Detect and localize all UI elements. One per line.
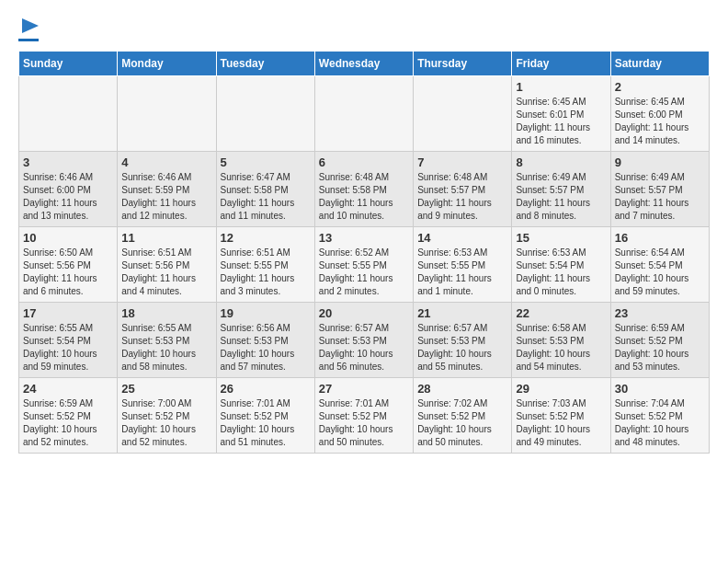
day-info: Sunrise: 7:00 AM Sunset: 5:52 PM Dayligh…	[121, 397, 211, 449]
calendar-cell: 3Sunrise: 6:46 AM Sunset: 6:00 PM Daylig…	[19, 152, 118, 227]
day-number: 7	[417, 155, 507, 169]
day-number: 4	[121, 155, 211, 169]
day-number: 15	[516, 231, 606, 245]
calendar-cell: 24Sunrise: 6:59 AM Sunset: 5:52 PM Dayli…	[19, 378, 118, 454]
day-info: Sunrise: 6:52 AM Sunset: 5:55 PM Dayligh…	[319, 247, 409, 298]
day-info: Sunrise: 7:01 AM Sunset: 5:52 PM Dayligh…	[221, 397, 311, 449]
day-info: Sunrise: 6:45 AM Sunset: 6:00 PM Dayligh…	[615, 96, 705, 147]
day-number: 8	[516, 155, 606, 169]
calendar-cell	[314, 76, 413, 152]
calendar-cell: 19Sunrise: 6:56 AM Sunset: 5:53 PM Dayli…	[216, 303, 314, 378]
calendar-cell	[216, 76, 314, 152]
calendar-cell: 16Sunrise: 6:54 AM Sunset: 5:54 PM Dayli…	[610, 227, 709, 303]
day-info: Sunrise: 6:53 AM Sunset: 5:55 PM Dayligh…	[417, 247, 507, 298]
day-number: 22	[516, 306, 606, 320]
calendar-week-row: 3Sunrise: 6:46 AM Sunset: 6:00 PM Daylig…	[19, 152, 710, 227]
header-sunday: Sunday	[19, 52, 118, 76]
calendar-cell: 26Sunrise: 7:01 AM Sunset: 5:52 PM Dayli…	[216, 378, 314, 454]
calendar-cell: 4Sunrise: 6:46 AM Sunset: 5:59 PM Daylig…	[118, 152, 216, 227]
day-info: Sunrise: 6:45 AM Sunset: 6:01 PM Dayligh…	[516, 96, 606, 147]
calendar-cell: 9Sunrise: 6:49 AM Sunset: 5:57 PM Daylig…	[610, 152, 709, 227]
day-info: Sunrise: 6:47 AM Sunset: 5:58 PM Dayligh…	[221, 171, 311, 223]
calendar-cell: 14Sunrise: 6:53 AM Sunset: 5:55 PM Dayli…	[414, 227, 512, 303]
day-number: 18	[121, 306, 211, 320]
header-saturday: Saturday	[610, 52, 709, 76]
day-number: 20	[319, 306, 409, 320]
calendar-cell: 23Sunrise: 6:59 AM Sunset: 5:52 PM Dayli…	[610, 303, 709, 378]
day-info: Sunrise: 6:46 AM Sunset: 5:59 PM Dayligh…	[121, 171, 211, 223]
calendar-week-row: 10Sunrise: 6:50 AM Sunset: 5:56 PM Dayli…	[19, 227, 710, 303]
day-info: Sunrise: 6:54 AM Sunset: 5:54 PM Dayligh…	[615, 247, 705, 298]
day-info: Sunrise: 6:50 AM Sunset: 5:56 PM Dayligh…	[23, 247, 113, 298]
day-number: 12	[221, 231, 311, 245]
day-info: Sunrise: 6:53 AM Sunset: 5:54 PM Dayligh…	[516, 247, 606, 298]
calendar-cell: 13Sunrise: 6:52 AM Sunset: 5:55 PM Dayli…	[314, 227, 413, 303]
day-info: Sunrise: 6:49 AM Sunset: 5:57 PM Dayligh…	[516, 171, 606, 223]
day-number: 24	[23, 382, 113, 396]
calendar-cell: 30Sunrise: 7:04 AM Sunset: 5:52 PM Dayli…	[610, 378, 709, 454]
day-info: Sunrise: 7:01 AM Sunset: 5:52 PM Dayligh…	[319, 397, 409, 449]
day-number: 6	[319, 155, 409, 169]
svg-marker-0	[22, 18, 39, 33]
day-number: 27	[319, 382, 409, 396]
calendar-cell: 8Sunrise: 6:49 AM Sunset: 5:57 PM Daylig…	[512, 152, 610, 227]
day-info: Sunrise: 6:58 AM Sunset: 5:53 PM Dayligh…	[516, 322, 606, 373]
day-number: 28	[417, 382, 507, 396]
day-info: Sunrise: 6:57 AM Sunset: 5:53 PM Dayligh…	[417, 322, 507, 373]
day-number: 29	[516, 382, 606, 396]
calendar-cell: 18Sunrise: 6:55 AM Sunset: 5:53 PM Dayli…	[118, 303, 216, 378]
logo-underline	[18, 39, 39, 41]
day-info: Sunrise: 6:46 AM Sunset: 6:00 PM Dayligh…	[23, 171, 113, 223]
calendar-cell: 27Sunrise: 7:01 AM Sunset: 5:52 PM Dayli…	[314, 378, 413, 454]
calendar-cell: 20Sunrise: 6:57 AM Sunset: 5:53 PM Dayli…	[314, 303, 413, 378]
day-info: Sunrise: 7:04 AM Sunset: 5:52 PM Dayligh…	[615, 397, 705, 449]
day-number: 10	[23, 231, 113, 245]
calendar-cell: 5Sunrise: 6:47 AM Sunset: 5:58 PM Daylig…	[216, 152, 314, 227]
calendar-cell: 10Sunrise: 6:50 AM Sunset: 5:56 PM Dayli…	[19, 227, 118, 303]
day-info: Sunrise: 6:59 AM Sunset: 5:52 PM Dayligh…	[615, 322, 705, 373]
day-info: Sunrise: 6:55 AM Sunset: 5:53 PM Dayligh…	[121, 322, 211, 373]
calendar-cell	[118, 76, 216, 152]
day-info: Sunrise: 6:48 AM Sunset: 5:57 PM Dayligh…	[417, 171, 507, 223]
day-number: 1	[516, 80, 606, 94]
calendar-cell	[19, 76, 118, 152]
header-monday: Monday	[118, 52, 216, 76]
calendar-table: SundayMondayTuesdayWednesdayThursdayFrid…	[18, 51, 710, 454]
day-number: 5	[221, 155, 311, 169]
calendar-cell: 17Sunrise: 6:55 AM Sunset: 5:54 PM Dayli…	[19, 303, 118, 378]
calendar-cell: 22Sunrise: 6:58 AM Sunset: 5:53 PM Dayli…	[512, 303, 610, 378]
day-number: 9	[615, 155, 705, 169]
day-number: 14	[417, 231, 507, 245]
day-number: 25	[121, 382, 211, 396]
calendar-cell: 2Sunrise: 6:45 AM Sunset: 6:00 PM Daylig…	[610, 76, 709, 152]
day-info: Sunrise: 6:59 AM Sunset: 5:52 PM Dayligh…	[23, 397, 113, 449]
calendar-cell: 28Sunrise: 7:02 AM Sunset: 5:52 PM Dayli…	[414, 378, 512, 454]
header-wednesday: Wednesday	[314, 52, 413, 76]
calendar-week-row: 17Sunrise: 6:55 AM Sunset: 5:54 PM Dayli…	[19, 303, 710, 378]
day-info: Sunrise: 6:48 AM Sunset: 5:58 PM Dayligh…	[319, 171, 409, 223]
calendar-cell: 15Sunrise: 6:53 AM Sunset: 5:54 PM Dayli…	[512, 227, 610, 303]
day-info: Sunrise: 6:57 AM Sunset: 5:53 PM Dayligh…	[319, 322, 409, 373]
page-header	[18, 18, 710, 41]
day-number: 13	[319, 231, 409, 245]
day-number: 26	[221, 382, 311, 396]
header-tuesday: Tuesday	[216, 52, 314, 76]
calendar-week-row: 24Sunrise: 6:59 AM Sunset: 5:52 PM Dayli…	[19, 378, 710, 454]
calendar-cell	[414, 76, 512, 152]
calendar-cell: 6Sunrise: 6:48 AM Sunset: 5:58 PM Daylig…	[314, 152, 413, 227]
day-number: 3	[23, 155, 113, 169]
day-number: 16	[615, 231, 705, 245]
calendar-cell: 25Sunrise: 7:00 AM Sunset: 5:52 PM Dayli…	[118, 378, 216, 454]
day-number: 19	[221, 306, 311, 320]
logo-arrow-icon	[22, 18, 39, 33]
day-info: Sunrise: 6:56 AM Sunset: 5:53 PM Dayligh…	[221, 322, 311, 373]
calendar-cell: 7Sunrise: 6:48 AM Sunset: 5:57 PM Daylig…	[414, 152, 512, 227]
header-thursday: Thursday	[414, 52, 512, 76]
day-number: 23	[615, 306, 705, 320]
day-number: 11	[121, 231, 211, 245]
calendar-cell: 12Sunrise: 6:51 AM Sunset: 5:55 PM Dayli…	[216, 227, 314, 303]
calendar-cell: 11Sunrise: 6:51 AM Sunset: 5:56 PM Dayli…	[118, 227, 216, 303]
day-number: 2	[615, 80, 705, 94]
day-info: Sunrise: 6:55 AM Sunset: 5:54 PM Dayligh…	[23, 322, 113, 373]
calendar-cell: 21Sunrise: 6:57 AM Sunset: 5:53 PM Dayli…	[414, 303, 512, 378]
